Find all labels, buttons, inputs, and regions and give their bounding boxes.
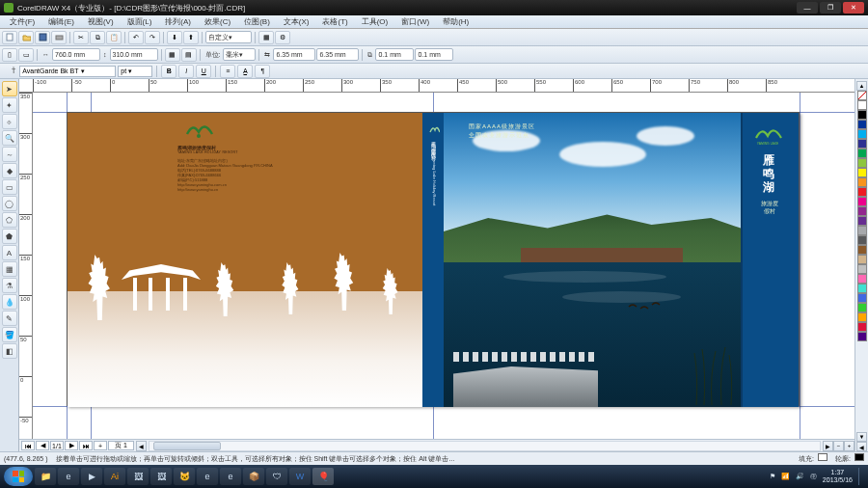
tray-lang-icon[interactable]: ㊥ [810,472,817,481]
menu-arrange[interactable]: 排列(A) [159,15,197,28]
font-family-dropdown[interactable]: AvantGarde Bk BT▾ [19,66,116,77]
taskbar-word-icon[interactable]: W [289,468,311,485]
scrollbar-thumb[interactable] [153,442,221,450]
paste-button[interactable]: 📋 [106,31,122,44]
close-button[interactable]: ✕ [843,2,864,14]
color-swatch[interactable] [857,129,867,139]
text-tool[interactable]: A [2,245,17,260]
color-swatch[interactable] [857,303,867,312]
color-swatch[interactable] [857,235,867,245]
color-swatch[interactable] [857,274,867,284]
menu-text[interactable]: 文本(X) [278,15,315,28]
taskbar-zip-icon[interactable]: 📦 [243,468,264,485]
undo-button[interactable]: ↶ [128,31,144,44]
color-swatch[interactable] [857,110,867,120]
copy-button[interactable]: ⧉ [90,31,105,44]
page-height-field[interactable]: 310.0 mm [110,48,158,61]
scroll-left-button[interactable]: ◀ [136,441,147,451]
font-size-field[interactable]: pt▾ [118,66,152,77]
menu-edit[interactable]: 编辑(E) [42,15,80,28]
color-swatch[interactable] [857,312,867,322]
taskbar-explorer-icon[interactable]: 📁 [35,468,56,485]
taskbar-app1-icon[interactable]: 🐱 [174,468,195,485]
taskbar-ie2-icon[interactable]: e [197,468,218,485]
color-swatch[interactable] [857,139,867,149]
menu-bitmaps[interactable]: 位图(B) [238,15,276,28]
print-button[interactable] [51,31,67,44]
shape-tool[interactable]: ✦ [2,97,17,113]
tray-time[interactable]: 1:37 [823,469,853,476]
color-swatch[interactable] [857,245,867,255]
ellipse-tool[interactable]: ◯ [2,196,17,211]
page-tab-1[interactable]: 页 1 [108,441,134,450]
taskbar-ie-icon[interactable]: e [58,468,79,485]
canvas-viewport[interactable]: 雁鸣湖旅游度假村 YAMING LAKE HOLIDAY RESORT 地址:东… [33,93,854,439]
color-swatch[interactable] [857,168,867,177]
show-desktop-button[interactable] [858,468,864,485]
char-format-button[interactable]: A̲ [237,65,253,78]
minimize-button[interactable]: — [797,2,818,14]
menu-effects[interactable]: 效果(C) [199,15,236,28]
color-swatch[interactable] [857,264,867,274]
taskbar-shield-icon[interactable]: 🛡 [266,468,287,485]
taskbar-img2-icon[interactable]: 🖼 [150,468,172,485]
crop-tool[interactable]: ⟐ [2,114,17,129]
tray-volume-icon[interactable]: 🔊 [796,473,804,480]
freehand-tool[interactable]: ～ [2,147,17,162]
table-tool[interactable]: ▦ [2,261,17,277]
menu-file[interactable]: 文件(F) [4,15,41,28]
nudge-x-field[interactable]: 6.35 mm [273,48,315,61]
scroll-right-button[interactable]: ▶ [823,441,833,451]
page-first-button[interactable]: ⏮ [21,441,35,450]
eyedropper-tool[interactable]: 💧 [2,294,17,310]
zoom-out-button[interactable]: − [833,441,844,451]
color-swatch[interactable] [857,177,867,187]
tray-date[interactable]: 2013/5/16 [823,476,853,484]
menu-layout[interactable]: 版面(L) [122,15,158,28]
view-dropdown[interactable]: 自定义 ▾ [205,31,252,43]
align-left-button[interactable]: ≡ [220,65,235,78]
taskbar-ai-icon[interactable]: Ai [104,468,125,485]
interactive-fill-tool[interactable]: ◧ [2,343,17,359]
color-swatch[interactable] [857,197,867,206]
palette-up-button[interactable]: ▲ [856,81,867,91]
taskbar-corel-icon[interactable]: 🎈 [312,468,334,485]
new-button[interactable] [2,31,17,44]
taskbar-media-icon[interactable]: ▶ [81,468,102,485]
units-dropdown[interactable]: 毫米 ▾ [223,48,256,61]
menu-view[interactable]: 视图(V) [82,15,120,28]
outline-tool[interactable]: ✎ [2,311,17,326]
underline-button[interactable]: U [196,65,211,78]
page-layout2-button[interactable]: ▤ [181,48,197,62]
color-swatch[interactable] [857,206,867,216]
cut-button[interactable]: ✂ [73,31,89,44]
pick-tool[interactable]: ➤ [2,81,17,96]
ruler-horizontal[interactable]: -100-50050100150200250300350400450500550… [19,79,854,93]
color-swatch[interactable] [857,149,867,158]
save-button[interactable] [35,31,50,44]
color-swatch[interactable] [857,120,867,129]
tray-network-icon[interactable]: 📶 [781,473,790,480]
menu-help[interactable]: 帮助(H) [437,15,475,28]
color-swatch[interactable] [857,216,867,226]
palette-down-button[interactable]: ▼ [856,432,867,442]
dup-x-field[interactable]: 0.1 mm [375,48,414,61]
zoom-tool[interactable]: 🔍 [2,130,17,146]
para-format-button[interactable]: ¶ [255,65,270,78]
orient-portrait-button[interactable]: ▯ [2,48,17,62]
options-button[interactable]: ⚙ [275,31,290,44]
redo-button[interactable]: ↷ [145,31,160,44]
color-swatch[interactable] [857,332,867,341]
interactive-tool[interactable]: ⚗ [2,278,17,293]
swatch-none[interactable] [857,91,867,100]
menu-tools[interactable]: 工具(O) [356,15,394,28]
orient-landscape-button[interactable]: ▭ [18,48,34,62]
page-layout-button[interactable]: ▦ [165,48,180,62]
basic-shapes-tool[interactable]: ⬟ [2,229,17,244]
zoom-in-button[interactable]: + [844,441,854,451]
maximize-button[interactable]: ❐ [820,2,841,14]
palette-flyout-button[interactable]: ◀ [856,442,867,451]
color-swatch[interactable] [857,322,867,332]
open-button[interactable] [18,31,34,44]
taskbar-img1-icon[interactable]: 🖼 [127,468,149,485]
